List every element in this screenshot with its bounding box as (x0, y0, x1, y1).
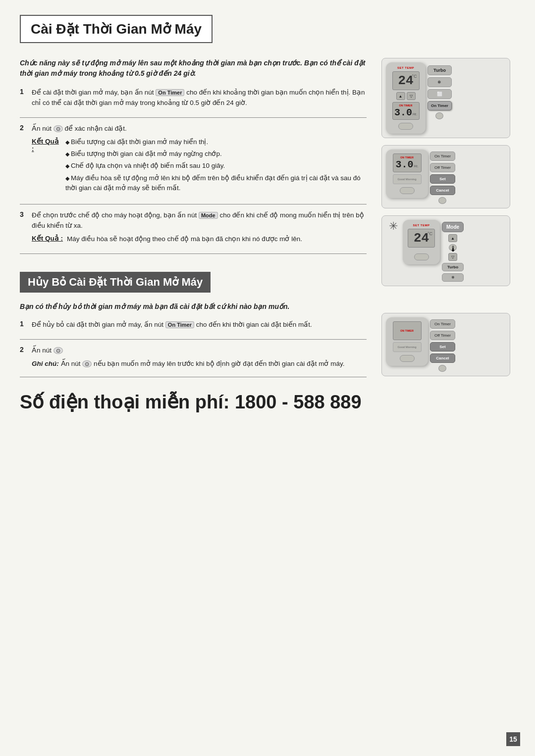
cancel-btn-2[interactable]: Cancel (430, 186, 455, 195)
power-btn-2[interactable] (400, 187, 415, 194)
section2-intro: Bạn có thể hủy bỏ thời gian mở máy mà bạ… (20, 302, 367, 312)
snowflake-area-3: ✳ (386, 220, 401, 233)
step-3-text: Để chọn trước chế độ cho máy hoạt động, … (32, 210, 367, 231)
result-content-3: Máy điều hòa sẽ hoạt động theo chế độ mà… (67, 234, 302, 245)
step-3-result: Kết Quả : Máy điều hòa sẽ hoạt động theo… (20, 234, 367, 245)
s2-note-block: Ghi chú: Ấn nút ⊙ nếu bạn muốn mở máy lê… (20, 359, 367, 368)
on-timer-display-1: ON TIMER 3.0 Hr. (392, 102, 420, 120)
right-column: SET TEMP 24 °C ▲ ▽ ON TIMER (376, 58, 515, 413)
set-temp-label-3: SET TEMP (413, 224, 429, 227)
step-3-num: 3 (20, 210, 27, 218)
result-item-3: Chế độ lựa chọn và nhiệt độ biến mất sau… (65, 161, 367, 171)
s2-step-2: 2 Ấn nút ⊙ Ghi chú: Ấn nút ⊙ nếu bạn muố… (20, 346, 367, 368)
arrow-up-btn-1[interactable]: ▲ (396, 92, 405, 100)
hr-label-2: Hr. (414, 164, 419, 168)
remote-4-row: ON TIMER Good Morning On Timer Off Timer… (386, 317, 506, 372)
main-title-box: Cài Đặt Thời Gian Mở Máy (20, 15, 213, 43)
remote-3-container: ✳ SET TEMP 24 °C Mode ▲ (381, 215, 510, 286)
result-content-2: Biểu tượng cài đặt thời gian mở máy hiển… (65, 137, 367, 195)
set-btn-4[interactable]: Set (430, 342, 455, 352)
note-text: Ấn nút ⊙ nếu bạn muốn mở máy lên trước k… (61, 360, 345, 367)
remote-3-row: ✳ SET TEMP 24 °C Mode ▲ (386, 220, 506, 282)
s2-step-1-text: Để hủy bỏ cài đặt thời gian mở máy, ấn n… (32, 320, 312, 330)
set-btn-2[interactable]: Set (430, 174, 455, 184)
result-item-4: Máy điều hòa sẽ tự động mở lên khi bộ đế… (65, 173, 367, 194)
remote-1-row: SET TEMP 24 °C ▲ ▽ ON TIMER (386, 62, 506, 134)
off-timer-side-btn-2[interactable]: Off Timer (430, 163, 455, 172)
set-btn-1[interactable] (435, 112, 443, 119)
section2-title: Hủy Bỏ Cài Đặt Thời Gian Mở Máy (20, 272, 211, 293)
on-timer-side-btn-4[interactable]: On Timer (430, 319, 455, 329)
temp-unit-1: °C (412, 74, 417, 79)
turbo-btn-1[interactable]: Turbo (428, 65, 452, 75)
remote-1-container: SET TEMP 24 °C ▲ ▽ ON TIMER (381, 58, 510, 138)
on-timer-text-4: ON TIMER (400, 329, 414, 332)
snowflake-icon-3: ✳ (389, 220, 398, 233)
temp-display-1: 24 °C (392, 71, 420, 90)
step-2: 2 Ấn nút ⊙ để xác nhận cài đặt. Kết Quả … (20, 124, 367, 195)
s2-step-2-text: Ấn nút ⊙ (32, 346, 63, 356)
divider-1 (20, 117, 367, 118)
phone-number: 1800 - 588 889 (235, 392, 362, 412)
step-1-num: 1 (20, 88, 27, 96)
fan-btn-3[interactable]: ❄ (442, 273, 464, 282)
step-1: 1 Để cài đặt thời gian mở máy, bạn ấn nú… (20, 88, 367, 108)
divider-4 (20, 339, 367, 340)
remote-4-side-btns: On Timer Off Timer Set Cancel (430, 317, 455, 372)
arrow-down-btn-3[interactable]: ▽ (448, 253, 457, 261)
good-morning-area-4: Good Morning (393, 342, 422, 352)
remote-1-side-btns: Turbo ❄ ⬜ On Timer (428, 62, 452, 119)
remote-2-row: ON TIMER 3.0 Hr. Good Morning O (386, 150, 506, 204)
power-small-btn-2[interactable] (438, 197, 446, 204)
arrow-up-btn-3[interactable]: ▲ (448, 234, 457, 242)
temp-unit-3: °C (428, 231, 432, 236)
s2-step-1-num: 1 (20, 320, 27, 328)
off-timer-side-btn-4[interactable]: Off Timer (430, 331, 455, 340)
page-title: Cài Đặt Thời Gian Mở Máy (31, 21, 202, 37)
on-timer-side-btn-1[interactable]: On Timer (428, 101, 452, 110)
fan-btn-1[interactable]: ❄ (428, 77, 452, 87)
result-label-3: Kết Quả : (32, 234, 63, 245)
power-small-btn-4[interactable] (438, 365, 446, 372)
remote-3-side-btns: Mode ▲ 🌡 ▽ Turbo ❄ (442, 220, 464, 282)
phone-section: Số điện thoại miễn phí: 1800 - 588 889 (20, 391, 367, 413)
step-2-text: Ấn nút ⊙ để xác nhận cài đặt. (32, 124, 127, 134)
left-column: Chức năng này sẽ tự động mở máy lên sau … (20, 58, 376, 413)
set-temp-label-1: SET TEMP (397, 66, 414, 69)
turbo-btn-3[interactable]: Turbo (442, 263, 464, 271)
step-2-num: 2 (20, 124, 27, 132)
remote-4-body: ON TIMER Good Morning (386, 317, 428, 366)
result-item-2: Biểu tượng thời gian cài đặt mở máy ngừn… (65, 149, 367, 159)
s2-step-2-num: 2 (20, 346, 27, 353)
remote-1-body: SET TEMP 24 °C ▲ ▽ ON TIMER (386, 62, 426, 134)
remote-2-container: ON TIMER 3.0 Hr. Good Morning O (381, 145, 510, 208)
timer-val-2: 3.0 (396, 159, 414, 170)
hr-label-1: Hr. (413, 112, 417, 116)
note-label: Ghi chú: (32, 360, 61, 367)
remote-2-body: ON TIMER 3.0 Hr. Good Morning (386, 150, 428, 198)
remote-2-side-btns: On Timer Off Timer Set Cancel (430, 150, 455, 204)
mode2-btn-1[interactable]: ⬜ (428, 89, 452, 99)
power-btn-4[interactable] (400, 355, 415, 362)
step-1-text: Để cài đặt thời gian mở máy, bạn ấn nút … (32, 88, 367, 108)
remote-3-body: SET TEMP 24 °C (403, 220, 440, 264)
temp-value-1: 24 (398, 73, 413, 88)
on-timer-side-btn-2[interactable]: On Timer (430, 151, 455, 161)
temp-display-3: 24 °C (408, 229, 435, 248)
result-label-2: Kết Quả : (32, 137, 61, 195)
power-btn-3[interactable] (414, 253, 429, 260)
timer-val-1: 3.0 (394, 107, 412, 118)
good-morning-label-2: Good Morning (397, 178, 416, 181)
arrow-down-btn-1[interactable]: ▽ (407, 92, 416, 100)
good-morning-area-2: Good Morning (393, 174, 422, 184)
temp-value-3: 24 (414, 231, 429, 246)
remote-4-container: ON TIMER Good Morning On Timer Off Timer… (381, 313, 510, 376)
cancel-btn-4[interactable]: Cancel (430, 353, 455, 363)
divider-3 (20, 253, 367, 254)
on-timer-display-4: ON TIMER (393, 321, 422, 340)
mode-btn-3[interactable]: Mode (442, 222, 464, 232)
on-timer-display-2: ON TIMER 3.0 Hr. (393, 153, 422, 172)
s2-step-1: 1 Để hủy bỏ cài đặt thời gian mở máy, ấn… (20, 320, 367, 330)
page-number: 15 (506, 732, 520, 746)
power-btn-1[interactable] (398, 123, 413, 130)
